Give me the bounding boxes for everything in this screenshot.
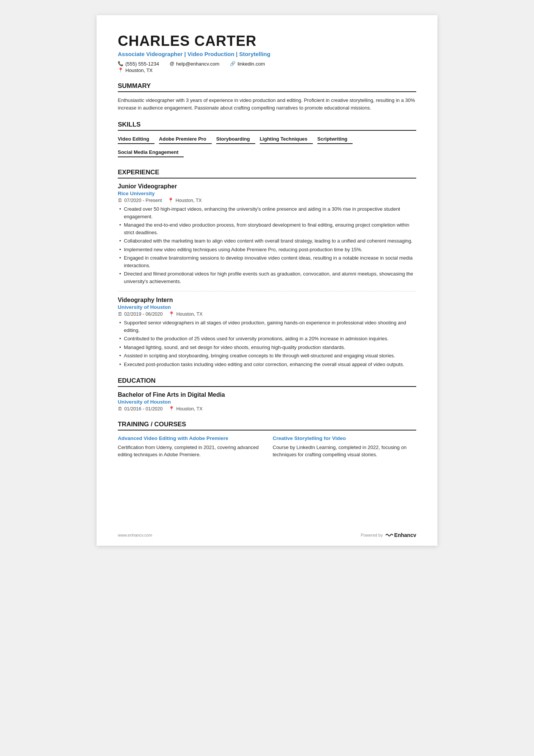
bullet-item: Contributed to the production of 25 vide…	[118, 335, 416, 343]
footer-logo: Powered by Enhancv	[361, 532, 416, 538]
linkedin-contact[interactable]: 🔗 linkedin.com	[230, 61, 265, 67]
skill-item: Adobe Premiere Pro	[159, 135, 212, 144]
skill-item: Scriptwriting	[317, 135, 353, 144]
edu-meta-0: 🗓 01/2016 - 01/2020 📍 Houston, TX	[118, 406, 416, 412]
phone-contact: 📞 (555) 555-1234	[118, 61, 159, 67]
resume-header: CHARLES CARTER Associate Videographer | …	[118, 33, 416, 73]
job-company-0: Rice University	[118, 191, 416, 196]
training-desc-0: Certification from Udemy, completed in 2…	[118, 444, 261, 459]
skills-heading: SKILLS	[118, 121, 416, 131]
edu-block-0: Bachelor of Fine Arts in Digital Media U…	[118, 391, 416, 412]
training-section: TRAINING / COURSES Advanced Video Editin…	[118, 421, 416, 459]
phone-icon: 📞	[118, 61, 123, 66]
enhancv-logo-svg	[385, 532, 393, 538]
job-meta-0: 🗓 07/2020 - Present 📍 Houston, TX	[118, 197, 416, 203]
education-heading: EDUCATION	[118, 377, 416, 387]
skills-list: Video Editing Adobe Premiere Pro Storybo…	[118, 135, 416, 160]
training-desc-1: Course by LinkedIn Learning, completed i…	[273, 444, 416, 459]
experience-heading: EXPERIENCE	[118, 169, 416, 178]
candidate-name: CHARLES CARTER	[118, 33, 416, 49]
job-bullets-1: Supported senior videographers in all st…	[118, 319, 416, 368]
powered-by-text: Powered by	[361, 533, 383, 537]
page-footer: www.enhancv.com Powered by Enhancv	[118, 532, 416, 538]
job-location-0: 📍 Houston, TX	[168, 197, 201, 203]
experience-section: EXPERIENCE Junior Videographer Rice Univ…	[118, 169, 416, 368]
education-section: EDUCATION Bachelor of Fine Arts in Digit…	[118, 377, 416, 412]
job-bullets-0: Created over 50 high-impact videos, enha…	[118, 205, 416, 285]
linkedin-value: linkedin.com	[237, 61, 265, 67]
summary-section: SUMMARY Enthusiastic videographer with 3…	[118, 82, 416, 112]
location-icon-job: 📍	[168, 197, 174, 203]
calendar-icon-edu: 🗓	[118, 406, 123, 412]
bullet-item: Supported senior videographers in all st…	[118, 319, 416, 334]
bullet-item: Created over 50 high-impact videos, enha…	[118, 205, 416, 220]
skill-item: Storyboarding	[216, 135, 255, 144]
skills-section: SKILLS Video Editing Adobe Premiere Pro …	[118, 121, 416, 160]
job-block-1: Videography Intern University of Houston…	[118, 297, 416, 368]
location-icon-job: 📍	[169, 311, 175, 317]
job-meta-1: 🗓 02/2019 - 06/2020 📍 Houston, TX	[118, 311, 416, 317]
edu-dates-0: 🗓 01/2016 - 01/2020	[118, 406, 162, 412]
skill-item: Video Editing	[118, 135, 155, 144]
bullet-item: Managed the end-to-end video production …	[118, 221, 416, 236]
bullet-item: Executed post-production tasks including…	[118, 361, 416, 368]
job-divider	[118, 291, 416, 291]
training-item-1: Creative Storytelling for Video Course b…	[273, 435, 416, 459]
contact-row-2: 📍 Houston, TX	[118, 67, 416, 73]
bullet-item: Directed and filmed promotional videos f…	[118, 270, 416, 285]
location-icon: 📍	[118, 67, 123, 73]
bullet-item: Collaborated with the marketing team to …	[118, 237, 416, 245]
contact-row-1: 📞 (555) 555-1234 @ help@enhancv.com 🔗 li…	[118, 61, 416, 67]
calendar-icon: 🗓	[118, 311, 123, 317]
email-value: help@enhancv.com	[176, 61, 219, 67]
email-icon: @	[170, 61, 174, 66]
enhancv-brand: Enhancv	[385, 532, 416, 538]
job-dates-0: 🗓 07/2020 - Present	[118, 198, 162, 203]
calendar-icon: 🗓	[118, 198, 123, 203]
edu-school-0: University of Houston	[118, 399, 416, 405]
edu-location-0: 📍 Houston, TX	[169, 406, 202, 412]
phone-value: (555) 555-1234	[125, 61, 159, 67]
bullet-item: Implemented new video editing techniques…	[118, 246, 416, 254]
location-icon-edu: 📍	[169, 406, 175, 412]
bullet-item: Managed lighting, sound, and set design …	[118, 344, 416, 351]
link-icon: 🔗	[230, 61, 236, 66]
job-location-1: 📍 Houston, TX	[169, 311, 202, 317]
training-grid: Advanced Video Editing with Adobe Premie…	[118, 435, 416, 459]
job-block-0: Junior Videographer Rice University 🗓 07…	[118, 183, 416, 285]
bullet-item: Assisted in scripting and storyboarding,…	[118, 352, 416, 360]
location-value: Houston, TX	[125, 67, 153, 73]
job-title-0: Junior Videographer	[118, 183, 416, 190]
resume-page: CHARLES CARTER Associate Videographer | …	[97, 15, 437, 546]
edu-degree-0: Bachelor of Fine Arts in Digital Media	[118, 391, 416, 398]
training-item-0: Advanced Video Editing with Adobe Premie…	[118, 435, 261, 459]
job-title-1: Videography Intern	[118, 297, 416, 304]
location-contact: 📍 Houston, TX	[118, 67, 153, 73]
job-dates-1: 🗓 02/2019 - 06/2020	[118, 311, 162, 317]
skill-item: Social Media Engagement	[118, 149, 184, 157]
training-title-1: Creative Storytelling for Video	[273, 435, 416, 442]
skill-item: Lighting Techniques	[260, 135, 313, 144]
email-contact: @ help@enhancv.com	[170, 61, 219, 67]
training-title-0: Advanced Video Editing with Adobe Premie…	[118, 435, 261, 442]
summary-text: Enthusiastic videographer with 3 years o…	[118, 97, 416, 112]
candidate-title: Associate Videographer | Video Productio…	[118, 51, 416, 57]
training-heading: TRAINING / COURSES	[118, 421, 416, 430]
footer-website: www.enhancv.com	[118, 533, 152, 537]
bullet-item: Engaged in creative brainstorming sessio…	[118, 254, 416, 269]
summary-heading: SUMMARY	[118, 82, 416, 92]
job-company-1: University of Houston	[118, 304, 416, 310]
